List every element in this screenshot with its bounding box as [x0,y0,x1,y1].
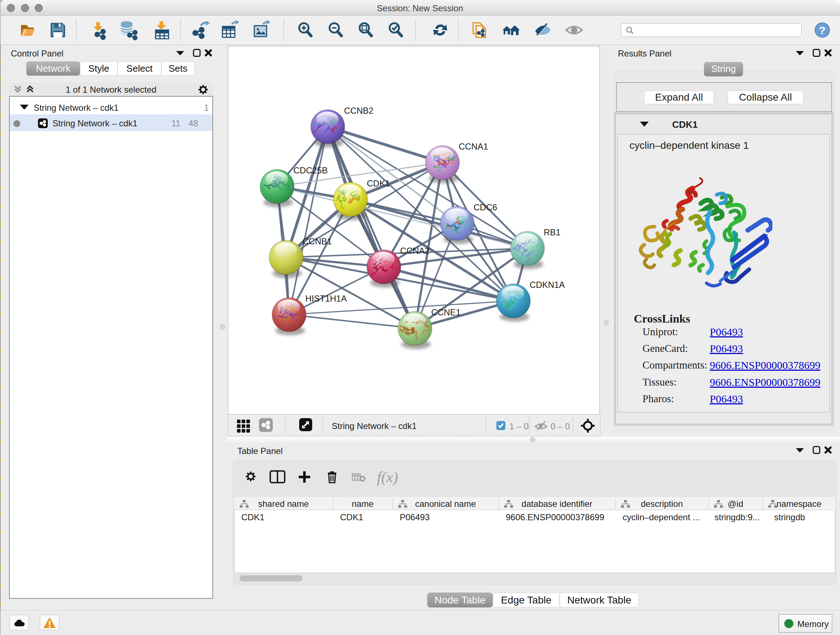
svg-text:CCNB2: CCNB2 [344,106,373,116]
svg-text:CCNA1: CCNA1 [459,141,488,151]
svg-text:CDK1: CDK1 [367,179,390,188]
svg-text:CCNE1: CCNE1 [431,307,461,317]
svg-text:HIST1H1A: HIST1H1A [305,294,347,303]
svg-text:RB1: RB1 [544,227,561,237]
svg-text:CDC25B: CDC25B [294,165,328,175]
svg-text:CCNB1: CCNB1 [302,236,332,246]
svg-text:CDKN1A: CDKN1A [530,280,565,290]
svg-text:CCNA2: CCNA2 [400,246,429,256]
svg-text:CDC6: CDC6 [474,203,497,212]
